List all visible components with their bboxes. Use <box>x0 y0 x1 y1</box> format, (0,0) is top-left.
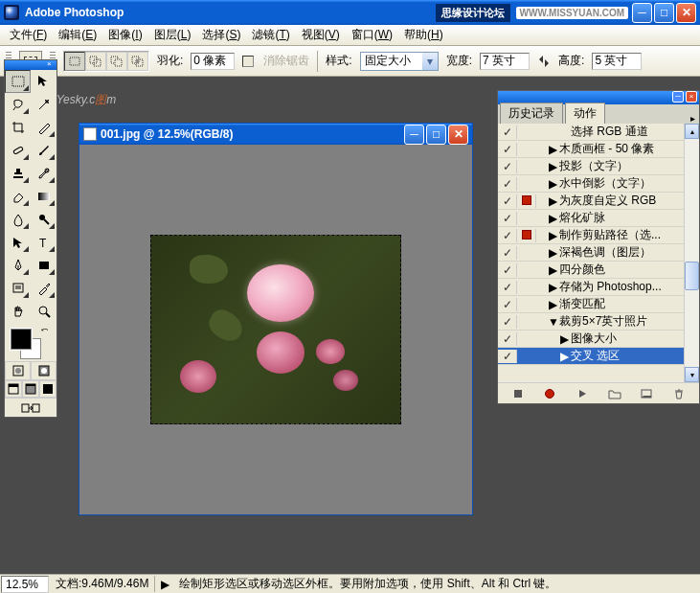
toggle-check[interactable]: ✓ <box>498 212 517 225</box>
canvas-area[interactable] <box>79 145 472 514</box>
disclosure-icon[interactable]: ▶ <box>559 350 569 363</box>
jump-to-imageready[interactable] <box>5 398 56 417</box>
menu-w[interactable]: 窗口(W) <box>346 25 398 45</box>
history-brush-tool[interactable] <box>31 162 56 185</box>
toggle-check[interactable]: ✓ <box>498 160 517 173</box>
action-row[interactable]: ✓▶深褐色调（图层） <box>498 244 699 262</box>
toolbox-header[interactable]: × <box>5 60 56 70</box>
eraser-tool[interactable] <box>5 185 31 208</box>
action-row[interactable]: ✓▶熔化矿脉 <box>498 210 699 227</box>
minimize-button[interactable]: ─ <box>632 3 652 23</box>
toggle-check[interactable]: ✓ <box>498 229 517 242</box>
status-menu-icon[interactable]: ▶ <box>155 578 175 591</box>
doc-close-button[interactable]: ✕ <box>448 125 468 145</box>
quickmask-mode-button[interactable] <box>31 361 56 380</box>
path-select-tool[interactable] <box>5 231 31 254</box>
foreground-color[interactable] <box>11 329 32 350</box>
toggle-dialog[interactable] <box>517 229 536 242</box>
swap-dimensions-icon[interactable] <box>537 55 551 68</box>
stop-button[interactable] <box>509 386 527 401</box>
toggle-check[interactable]: ✓ <box>498 281 517 294</box>
disclosure-icon[interactable]: ▶ <box>548 212 557 225</box>
toggle-check[interactable]: ✓ <box>498 315 517 329</box>
menu-i[interactable]: 图像(I) <box>102 25 147 45</box>
doc-minimize-button[interactable]: ─ <box>404 125 424 145</box>
scroll-down-button[interactable]: ▾ <box>685 367 699 382</box>
toggle-dialog[interactable] <box>517 194 536 208</box>
screen-mode-full[interactable] <box>39 380 56 398</box>
action-row[interactable]: ✓▶图像大小 <box>498 331 699 348</box>
menu-l[interactable]: 图层(L) <box>148 25 197 45</box>
menu-e[interactable]: 编辑(E) <box>53 25 102 45</box>
menu-f[interactable]: 文件(F) <box>4 25 53 45</box>
zoom-input[interactable] <box>1 576 49 593</box>
type-tool[interactable]: T <box>31 231 56 254</box>
panel-minimize-button[interactable]: ─ <box>672 91 684 103</box>
menu-s[interactable]: 选择(S) <box>196 25 246 45</box>
wand-tool[interactable] <box>31 93 56 116</box>
width-input[interactable] <box>480 53 530 70</box>
screen-mode-standard[interactable] <box>5 380 22 398</box>
scroll-track[interactable] <box>685 139 699 367</box>
menu-h[interactable]: 帮助(H) <box>398 25 449 45</box>
hand-tool[interactable] <box>5 300 31 323</box>
action-row[interactable]: ✓▶四分颜色 <box>498 262 699 279</box>
doc-info[interactable]: 文档:9.46M/9.46M <box>50 576 155 592</box>
disclosure-icon[interactable]: ▶ <box>548 160 557 173</box>
gradient-tool[interactable] <box>31 185 56 208</box>
toggle-check[interactable]: ✓ <box>498 350 517 363</box>
image-canvas[interactable] <box>150 235 401 424</box>
stamp-tool[interactable] <box>5 162 31 185</box>
action-row[interactable]: ✓▶制作剪贴路径（选... <box>498 227 699 244</box>
add-selection-button[interactable] <box>85 52 106 71</box>
toggle-check[interactable]: ✓ <box>498 263 517 277</box>
toggle-check[interactable]: ✓ <box>498 194 517 208</box>
toggle-check[interactable]: ✓ <box>498 143 517 156</box>
toggle-check[interactable]: ✓ <box>498 332 517 346</box>
toggle-check[interactable]: ✓ <box>498 125 517 139</box>
feather-input[interactable] <box>191 53 235 70</box>
action-row[interactable]: ✓▶投影（文字） <box>498 158 699 175</box>
disclosure-icon[interactable]: ▶ <box>548 229 557 242</box>
marquee-tool[interactable] <box>5 70 31 93</box>
toggle-check[interactable]: ✓ <box>498 177 517 191</box>
subtract-selection-button[interactable] <box>106 52 127 71</box>
intersect-selection-button[interactable] <box>127 52 148 71</box>
scroll-up-button[interactable]: ▴ <box>685 124 699 139</box>
maximize-button[interactable]: □ <box>654 3 674 23</box>
play-button[interactable] <box>574 386 591 401</box>
scrollbar[interactable]: ▴ ▾ <box>684 124 699 382</box>
menu-v[interactable]: 视图(V) <box>296 25 346 45</box>
zoom-tool[interactable] <box>31 300 56 323</box>
disclosure-icon[interactable]: ▶ <box>548 263 557 277</box>
lasso-tool[interactable] <box>5 93 31 116</box>
screen-mode-fullmenu[interactable] <box>22 380 39 398</box>
pen-tool[interactable] <box>5 254 31 277</box>
slice-tool[interactable] <box>31 116 56 139</box>
disclosure-icon[interactable]: ▼ <box>548 315 557 329</box>
toggle-check[interactable]: ✓ <box>498 298 517 311</box>
disclosure-icon[interactable]: ▶ <box>548 298 557 311</box>
blur-tool[interactable] <box>5 208 31 231</box>
toggle-check[interactable]: ✓ <box>498 246 517 260</box>
standard-mode-button[interactable] <box>5 361 31 380</box>
action-row[interactable]: ✓▼裁剪5×7英寸照片 <box>498 313 699 331</box>
disclosure-icon[interactable]: ▶ <box>548 246 557 260</box>
disclosure-icon[interactable]: ▶ <box>548 281 557 294</box>
new-set-button[interactable] <box>606 386 623 401</box>
panel-menu-icon[interactable]: ▸ <box>690 113 695 124</box>
eyedropper-tool[interactable] <box>31 277 56 300</box>
panel-close-button[interactable]: × <box>686 91 697 103</box>
style-select[interactable]: 固定大小 ▾ <box>360 52 439 71</box>
tab-actions[interactable]: 动作 <box>565 103 605 124</box>
action-row[interactable]: ✓▶存储为 Photoshop... <box>498 279 699 296</box>
action-row[interactable]: ✓选择 RGB 通道 <box>498 124 699 141</box>
shape-tool[interactable] <box>31 254 56 277</box>
heal-tool[interactable] <box>5 139 31 162</box>
action-row[interactable]: ✓▶水中倒影（文字） <box>498 175 699 193</box>
disclosure-icon[interactable]: ▶ <box>548 143 557 156</box>
move-tool[interactable] <box>31 70 56 93</box>
dodge-tool[interactable] <box>31 208 56 231</box>
disclosure-icon[interactable]: ▶ <box>548 194 557 208</box>
doc-maximize-button[interactable]: □ <box>426 125 446 145</box>
